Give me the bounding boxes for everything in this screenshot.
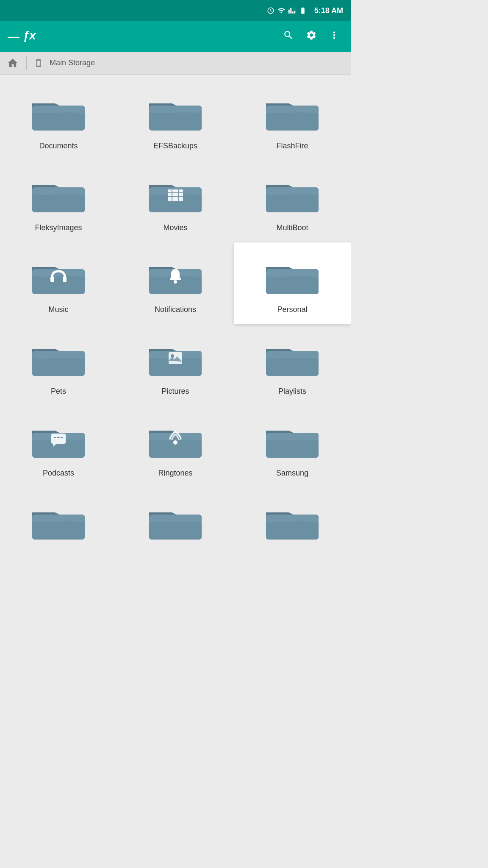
folder-item[interactable]: Pictures [117, 324, 234, 406]
folder-label: Documents [39, 142, 78, 150]
folder-item[interactable]: FlashFire [234, 79, 351, 161]
battery-icon [298, 7, 308, 14]
folder-item[interactable]: Pets [0, 324, 117, 406]
svg-rect-1 [168, 189, 183, 201]
phone-icon [34, 57, 43, 69]
folder-label: Ringtones [158, 469, 192, 478]
folder-icon [263, 496, 322, 547]
folder-icon [263, 415, 322, 465]
hamburger-icon[interactable]: — [8, 30, 19, 43]
folder-item[interactable]: Movies [117, 161, 234, 242]
settings-button[interactable] [302, 26, 320, 47]
status-icons [267, 7, 308, 14]
svg-rect-11 [51, 434, 66, 444]
folder-item[interactable]: MultiBoot [234, 161, 351, 242]
folder-item[interactable] [117, 488, 234, 561]
folder-icon [263, 87, 322, 138]
svg-point-10 [171, 354, 174, 358]
folder-icon [263, 251, 322, 302]
svg-rect-14 [61, 437, 63, 438]
folder-label: Podcasts [43, 469, 74, 478]
folder-icon [29, 251, 88, 302]
folder-icon [263, 169, 322, 220]
folder-icon [29, 496, 88, 547]
folder-item[interactable]: Music [0, 242, 117, 324]
svg-rect-9 [169, 352, 182, 364]
storage-label: Main Storage [50, 58, 95, 67]
more-options-button[interactable] [325, 26, 343, 47]
svg-rect-7 [63, 276, 67, 282]
folder-label: Movies [163, 223, 187, 232]
status-bar: 5:18 AM [0, 0, 351, 21]
folder-label: Notifications [155, 305, 196, 314]
svg-rect-6 [50, 276, 54, 282]
alarm-icon [267, 7, 274, 14]
app-bar: — ƒx [0, 21, 351, 52]
svg-point-8 [174, 280, 177, 284]
folder-item[interactable]: EFSBackups [117, 79, 234, 161]
folder-icon [146, 87, 205, 138]
svg-rect-12 [54, 437, 56, 438]
folder-label: Personal [277, 305, 307, 314]
folder-icon [29, 87, 88, 138]
folder-label: Music [48, 305, 68, 314]
folder-label: FleksyImages [35, 223, 82, 232]
svg-text:ƒx: ƒx [23, 28, 36, 42]
folder-label: EFSBackups [153, 142, 197, 150]
folder-item[interactable] [0, 488, 117, 561]
folder-icon [146, 415, 205, 465]
folder-icon [146, 496, 205, 547]
folder-label: Pictures [161, 387, 189, 396]
app-logo: ƒx [23, 25, 274, 48]
folder-label: MultiBoot [276, 223, 308, 232]
signal-icon [288, 7, 296, 14]
folder-icon [263, 333, 322, 384]
folder-icon [146, 333, 205, 384]
folder-icon [29, 169, 88, 220]
folder-item[interactable]: Documents [0, 79, 117, 161]
folder-icon [146, 169, 205, 220]
folder-item[interactable]: Ringtones [117, 406, 234, 488]
folder-item[interactable]: FleksyImages [0, 161, 117, 242]
search-button[interactable] [280, 26, 297, 47]
folder-label: FlashFire [276, 142, 308, 150]
home-button[interactable] [7, 57, 19, 69]
folder-label: Playlists [278, 387, 306, 396]
folder-icon [29, 333, 88, 384]
status-time: 5:18 AM [314, 6, 343, 15]
folder-item[interactable]: Personal [234, 242, 351, 324]
svg-point-15 [173, 440, 177, 445]
folder-item[interactable] [234, 488, 351, 561]
breadcrumb: Main Storage [0, 52, 351, 75]
wifi-icon [277, 7, 286, 14]
folder-icon [29, 415, 88, 465]
folder-icon [146, 251, 205, 302]
folder-item[interactable]: Playlists [234, 324, 351, 406]
folder-item[interactable]: Podcasts [0, 406, 117, 488]
folder-label: Samsung [276, 469, 308, 478]
breadcrumb-divider [26, 56, 27, 70]
folder-grid: Documents EFSBackups FlashFire FleksyIma… [0, 75, 351, 565]
folder-item[interactable]: Samsung [234, 406, 351, 488]
folder-label: Pets [51, 387, 66, 396]
folder-item[interactable]: Notifications [117, 242, 234, 324]
svg-rect-13 [57, 437, 60, 438]
